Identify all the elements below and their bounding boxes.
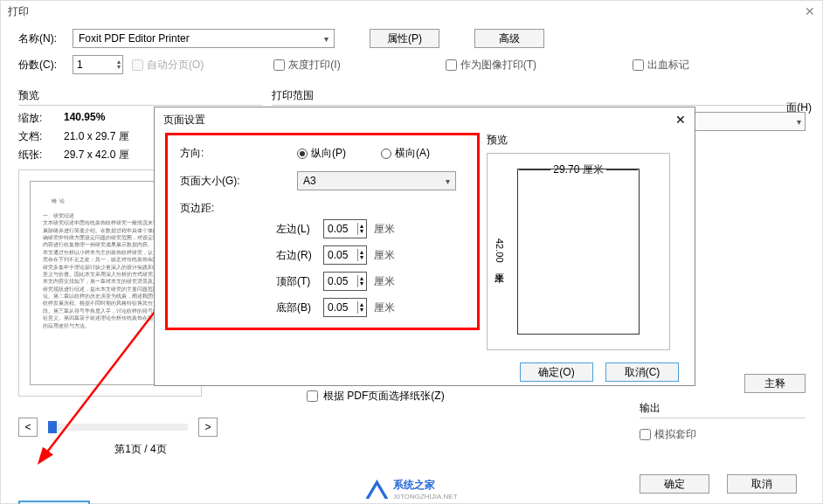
paper-preview: 29.70 厘米 42.00 厘米	[487, 153, 670, 350]
page-setup-button[interactable]: 页面设置	[18, 501, 90, 504]
next-page-button[interactable]: >	[198, 418, 218, 437]
print-options: 名称(N): Foxit PDF Editor Printer ▾ 属性(P) …	[1, 22, 822, 88]
simulate-checkbox[interactable]: 模拟套印	[640, 427, 696, 442]
paper-size: 29.7 x 42.0 厘	[64, 148, 129, 162]
margin-left-label: 左边(L)	[276, 222, 316, 237]
landscape-radio[interactable]: 横向(A)	[381, 146, 430, 161]
page-settings-group: 方向: 纵向(P) 横向(A) 页面大小(G): A3 ▾ 页边距: 左边(L)	[165, 133, 480, 330]
margin-right-label: 右边(R)	[276, 248, 316, 263]
margin-bottom-spinner[interactable]: 0.05▴▾	[323, 298, 367, 317]
as-image-checkbox[interactable]: 作为图像打印(T)	[446, 58, 536, 72]
doc-size: 21.0 x 29.7 厘	[64, 129, 129, 144]
portrait-radio[interactable]: 纵向(P)	[297, 146, 346, 161]
zoom-value: 140.95%	[64, 111, 105, 126]
modal-close-icon[interactable]: ✕	[675, 113, 686, 128]
modal-title: 页面设置	[163, 113, 205, 128]
spinner-arrows-icon[interactable]: ▴▾	[117, 59, 121, 70]
copies-spinner[interactable]: 1 ▴▾	[73, 55, 123, 74]
titlebar: 打印 ✕	[1, 1, 822, 22]
copies-value: 1	[77, 59, 83, 71]
copies-label: 份数(C):	[18, 58, 64, 72]
modal-preview: 预览 29.70 厘米 42.00 厘米	[487, 133, 684, 350]
dialog-title: 打印	[8, 4, 29, 18]
margin-right-spinner[interactable]: 0.05▴▾	[323, 245, 367, 265]
printer-value: Foxit PDF Editor Printer	[79, 32, 190, 45]
output-section: 输出 模拟套印	[640, 401, 806, 443]
margin-left-spinner[interactable]: 0.05▴▾	[323, 219, 367, 238]
watermark: 系统之家 XITONGZHIJIA.NET	[365, 478, 457, 501]
slider-handle[interactable]	[48, 421, 57, 433]
orientation-label: 方向:	[180, 146, 246, 161]
chevron-down-icon: ▾	[324, 34, 329, 44]
modal-preview-label: 预览	[487, 133, 684, 148]
printer-name-label: 名称(N):	[18, 31, 64, 46]
cancel-button[interactable]: 取消	[727, 474, 797, 494]
collate-checkbox: 自动分页(O)	[132, 58, 204, 72]
chevron-down-icon: ▾	[797, 117, 801, 127]
chevron-down-icon: ▾	[446, 176, 450, 186]
preview-title: 预览	[18, 88, 263, 106]
watermark-url: XITONGZHIJIA.NET	[393, 493, 457, 501]
page-indicator: 第1页 / 4页	[18, 442, 263, 457]
margin-bottom-label: 底部(B)	[276, 300, 316, 315]
page-size-select[interactable]: A3 ▾	[297, 171, 456, 190]
printer-select[interactable]: Foxit PDF Editor Printer ▾	[73, 29, 335, 48]
margin-top-label: 顶部(T)	[276, 274, 316, 289]
page-size-value: A3	[303, 175, 316, 187]
margin-top-spinner[interactable]: 0.05▴▾	[323, 272, 367, 291]
page-rect	[517, 169, 640, 335]
advanced-button[interactable]: 高级	[474, 29, 544, 48]
modal-ok-button[interactable]: 确定(O)	[520, 362, 593, 382]
watermark-name: 系统之家	[393, 478, 457, 493]
ok-button[interactable]: 确定	[640, 474, 709, 494]
auto-paper-checkbox[interactable]	[307, 390, 318, 402]
page-slider[interactable]	[48, 424, 188, 431]
pager: < >	[18, 418, 263, 437]
page-setup-dialog: 页面设置 ✕ 方向: 纵向(P) 横向(A) 页面大小(G): A3 ▾ 页边距…	[154, 107, 695, 386]
dialog-footer: 确定 取消	[640, 474, 797, 494]
properties-button[interactable]: 属性(P)	[370, 29, 439, 48]
page-size-label: 页面大小(G):	[180, 174, 246, 189]
output-title: 输出	[640, 401, 806, 418]
auto-paper-label: 根据 PDF页面选择纸张(Z)	[323, 389, 445, 404]
close-icon[interactable]: ✕	[805, 4, 815, 18]
bleed-checkbox[interactable]: 出血标记	[633, 58, 689, 72]
margin-label: 页边距:	[180, 201, 246, 216]
logo-icon	[365, 480, 388, 499]
modal-cancel-button[interactable]: 取消(C)	[605, 362, 679, 382]
annotations-button[interactable]: 主释	[744, 374, 806, 393]
prev-page-button[interactable]: <	[18, 418, 38, 437]
grayscale-checkbox[interactable]: 灰度打印(I)	[273, 58, 340, 72]
height-dimension: 42.00 厘米	[493, 169, 505, 334]
range-title: 打印范围	[272, 88, 805, 106]
